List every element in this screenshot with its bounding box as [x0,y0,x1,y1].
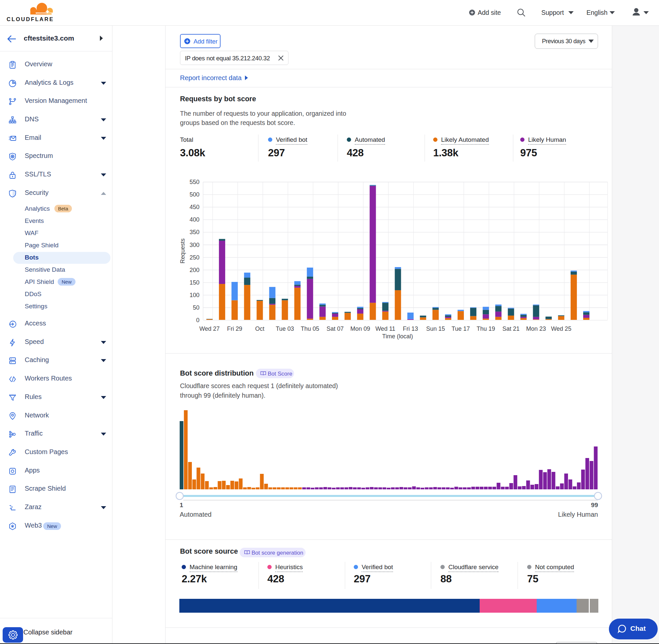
svg-text:Time (local): Time (local) [382,333,413,340]
svg-text:500: 500 [190,191,199,198]
svg-text:Tue 03: Tue 03 [276,325,294,332]
svg-text:50: 50 [193,304,199,311]
svg-text:Sun 15: Sun 15 [426,325,445,332]
svg-text:450: 450 [190,204,199,210]
svg-text:550: 550 [190,179,199,185]
svg-text:Sat 07: Sat 07 [326,325,344,332]
svg-text:Likely Human: Likely Human [558,511,598,518]
svg-text:Sat 21: Sat 21 [502,325,520,332]
svg-text:Fri 13: Fri 13 [403,325,418,332]
svg-text:150: 150 [190,279,199,286]
svg-text:Wed 27: Wed 27 [199,325,220,332]
svg-text:Add site: Add site [478,9,501,16]
svg-text:Automated: Automated [180,511,212,518]
svg-text:Support: Support [541,9,564,16]
svg-text:250: 250 [190,254,199,261]
svg-text:Mon 23: Mon 23 [526,325,546,332]
svg-text:English: English [587,9,608,16]
svg-text:100: 100 [190,292,199,298]
svg-text:200: 200 [190,267,199,273]
svg-text:CLOUDFLARE: CLOUDFLARE [6,16,54,22]
svg-text:Mon 09: Mon 09 [350,325,370,332]
svg-text:Thu 05: Thu 05 [301,325,319,332]
svg-text:Oct: Oct [255,325,264,332]
svg-text:Thu 19: Thu 19 [477,325,495,332]
svg-text:99: 99 [591,502,598,508]
svg-text:Tue 17: Tue 17 [452,325,470,332]
svg-text:Requests: Requests [179,238,186,263]
svg-text:300: 300 [190,242,199,248]
svg-text:0: 0 [196,317,199,323]
svg-text:350: 350 [190,229,199,235]
svg-text:400: 400 [190,216,199,223]
svg-text:Wed 25: Wed 25 [551,325,571,332]
svg-text:1: 1 [180,502,183,508]
svg-text:Wed 11: Wed 11 [376,325,395,332]
svg-text:Fri 29: Fri 29 [227,325,242,332]
